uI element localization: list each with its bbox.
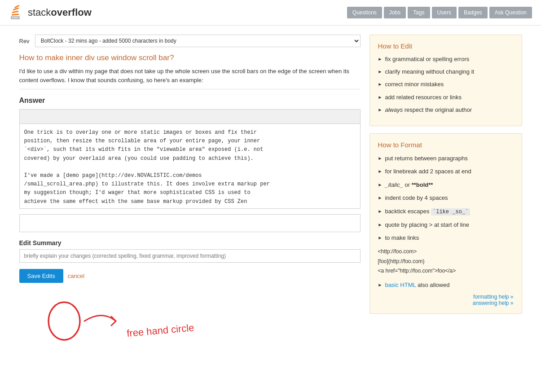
logo: stackoverflow (9, 4, 92, 21)
code-sample: `like _so_` (431, 208, 470, 216)
arrow-icon-2: ► (378, 69, 383, 75)
rev-label: Rev (19, 38, 30, 44)
format-item-html: ► basic HTML also allowed (378, 281, 514, 290)
save-button[interactable]: Save Edits (19, 269, 63, 283)
nav-buttons: Questions Jobs Tags Users Badges Ask Que… (347, 7, 532, 18)
basic-html-link[interactable]: basic HTML (385, 282, 416, 288)
svg-rect-7 (14, 5, 19, 9)
editor-container: One trick is to overlay one or more stat… (19, 109, 361, 209)
logo-icon (9, 4, 25, 21)
arrow-icon-f1: ► (378, 155, 383, 162)
arrow-icon-f6: ► (378, 221, 383, 228)
format-links-block: <http://foo.com> [foo](http://foo.com) <… (378, 247, 514, 276)
nav-ask-question[interactable]: Ask Question (489, 7, 532, 18)
rev-select[interactable]: BoltClock - 32 mins ago - added 5000 cha… (35, 35, 361, 47)
arrow-icon-f8: ► (378, 282, 383, 288)
format-item-2: ► for linebreak add 2 spaces at end (378, 167, 514, 176)
editor-toolbar (20, 110, 360, 124)
format-item-1: ► put returns between paragraphs (378, 154, 514, 163)
svg-text:free hand circle: free hand circle (126, 322, 194, 339)
how-to-edit-title: How to Edit (378, 42, 514, 50)
question-body: I'd like to use a div within my page tha… (19, 67, 361, 89)
format-item-7: ► to make links (378, 233, 514, 242)
header: stackoverflow Questions Jobs Tags Users … (0, 0, 541, 26)
freehand-svg: free hand circle (19, 296, 208, 350)
answer-label: Answer (19, 97, 361, 105)
nav-badges[interactable]: Badges (458, 7, 488, 18)
arrow-icon-5: ► (378, 107, 383, 113)
cancel-link[interactable]: cancel (68, 273, 85, 279)
edit-item-1: ► fix grammatical or spelling errors (378, 55, 514, 63)
edit-item-3: ► correct minor mistakes (378, 80, 514, 88)
arrow-icon-f2: ► (378, 168, 383, 175)
formatting-help-link[interactable]: formatting help » (378, 294, 514, 300)
preview-area (19, 214, 361, 232)
svg-rect-2 (18, 16, 20, 19)
question-title: How to make inner div use window scroll … (19, 53, 361, 62)
arrow-icon-1: ► (378, 56, 383, 62)
how-to-edit-box: How to Edit ► fix grammatical or spellin… (369, 35, 522, 126)
svg-rect-4 (12, 13, 19, 15)
nav-tags[interactable]: Tags (408, 7, 430, 18)
how-to-format-title: How to Format (378, 141, 514, 149)
main-content: Rev BoltClock - 32 mins ago - added 5000… (6, 26, 536, 361)
arrow-icon-f3: ► (378, 181, 383, 188)
svg-rect-5 (12, 11, 18, 13)
edit-summary-label: Edit Summary (19, 239, 361, 247)
arrow-icon-f4: ► (378, 194, 383, 201)
nav-questions[interactable]: Questions (347, 7, 382, 18)
right-column: How to Edit ► fix grammatical or spellin… (369, 35, 522, 352)
answering-help-link[interactable]: answering help » (378, 300, 514, 306)
rev-row: Rev BoltClock - 32 mins ago - added 5000… (19, 35, 361, 47)
how-to-format-box: How to Format ► put returns between para… (369, 133, 522, 314)
action-buttons: Save Edits cancel (19, 269, 361, 283)
nav-jobs[interactable]: Jobs (384, 7, 406, 18)
format-item-5: ► backtick escapes `like _so_` (378, 207, 514, 216)
left-column: Rev BoltClock - 32 mins ago - added 5000… (19, 35, 361, 352)
edit-item-2: ► clarify meaning without changing it (378, 68, 514, 76)
svg-rect-6 (13, 8, 19, 11)
svg-point-8 (48, 302, 80, 340)
svg-rect-3 (11, 16, 12, 19)
format-item-3: ► _italic_ or **bold** (378, 181, 514, 189)
edit-item-5: ► always respect the original author (378, 106, 514, 114)
freehand-area: free hand circle (19, 296, 361, 352)
arrow-icon-3: ► (378, 81, 383, 88)
edit-summary-input[interactable] (19, 249, 361, 263)
arrow-icon-f5: ► (378, 208, 383, 215)
edit-item-4: ► add related resources or links (378, 93, 514, 101)
arrow-icon-4: ► (378, 94, 383, 101)
format-footer: formatting help » answering help » (378, 294, 514, 306)
arrow-icon-f7: ► (378, 234, 383, 241)
logo-text: stackoverflow (28, 7, 92, 18)
nav-users[interactable]: Users (432, 7, 457, 18)
format-item-4: ► indent code by 4 spaces (378, 194, 514, 203)
format-item-6: ► quote by placing > at start of line (378, 220, 514, 229)
editor-textarea[interactable]: One trick is to overlay one or more stat… (20, 124, 360, 207)
